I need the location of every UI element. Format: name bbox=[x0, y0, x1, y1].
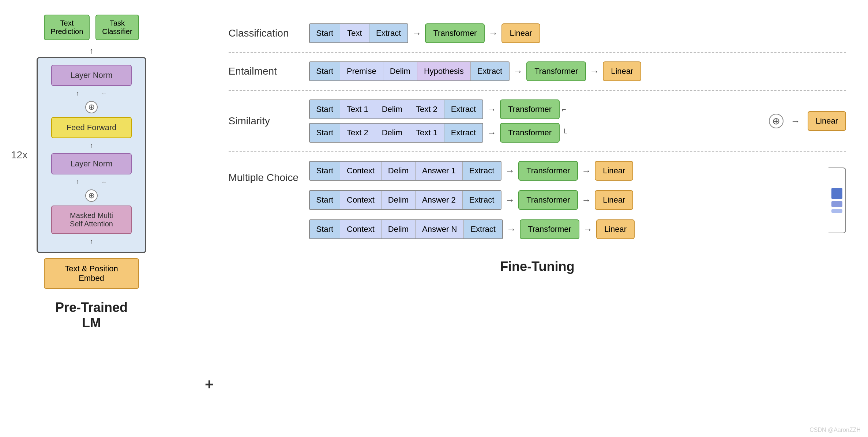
arrows-mid: ↑ ← bbox=[76, 90, 107, 97]
token-extract-e: Extract bbox=[471, 62, 509, 80]
mc-bracket bbox=[828, 167, 846, 233]
task-name-classification: Classification bbox=[229, 27, 309, 39]
token-extract-mc3: Extract bbox=[464, 220, 502, 238]
fine-tuning-section-label: Fine-Tuning bbox=[229, 259, 846, 274]
fine-tuning-label: Fine-Tuning bbox=[500, 259, 574, 274]
token-text1-s1: Text 1 bbox=[340, 100, 375, 118]
token-start-e: Start bbox=[310, 62, 340, 80]
seq-row-mc-1: Start Context Delim Answer 1 Extract → T… bbox=[309, 161, 826, 181]
main-container: TextPrediction TaskClassifier ↑ 12x Laye… bbox=[0, 0, 868, 437]
token-delim-mc3: Delim bbox=[382, 220, 416, 238]
circle-plus-top: ⊕ bbox=[85, 101, 98, 113]
arrow-1: → bbox=[412, 28, 421, 39]
token-start-s2: Start bbox=[310, 124, 340, 142]
token-extract-mc1: Extract bbox=[463, 162, 501, 180]
task-content-similarity: Start Text 1 Delim Text 2 Extract → Tran… bbox=[309, 99, 765, 143]
linear-box-class: Linear bbox=[501, 23, 540, 43]
transformer-mc2: Transformer bbox=[518, 190, 578, 210]
plus-separator: + bbox=[205, 376, 214, 422]
embed-box: Text & Position Embed bbox=[44, 258, 139, 289]
bracket-container: Layer Norm ↑ ← ⊕ Feed Forward ↑ Layer No bbox=[37, 57, 146, 253]
seq-tokens-mc-2: Start Context Delim Answer 2 Extract bbox=[309, 190, 502, 210]
task-row-entailment: Entailment Start Premise Delim Hypothesi… bbox=[229, 53, 846, 91]
seq-row-sim-1: Start Text 1 Delim Text 2 Extract → Tran… bbox=[309, 99, 765, 119]
twelve-x-label: 12x bbox=[11, 149, 27, 161]
arrow-2: → bbox=[488, 28, 498, 39]
feed-forward-box: Feed Forward bbox=[51, 117, 132, 138]
token-delim-s1: Delim bbox=[375, 100, 409, 118]
circle-plus-bottom: ⊕ bbox=[85, 189, 98, 202]
linear-mc2: Linear bbox=[595, 190, 633, 210]
seq-row-entailment: Start Premise Delim Hypothesis Extract →… bbox=[309, 61, 846, 81]
seq-row-classification: Start Text Extract → Transformer → Linea… bbox=[309, 23, 846, 43]
transformer-block: 12x Layer Norm ↑ ← ⊕ Feed Forward bbox=[29, 57, 154, 253]
token-answer1: Answer 1 bbox=[416, 162, 463, 180]
left-section: TextPrediction TaskClassifier ↑ 12x Laye… bbox=[22, 15, 161, 331]
masked-attn-box: Masked Multi Self Attention bbox=[51, 206, 132, 234]
transformer-box-entail: Transformer bbox=[526, 61, 586, 81]
seq-row-mc-3: Start Context Delim Answer N Extract → T… bbox=[309, 219, 826, 239]
token-text2-s2: Text 2 bbox=[340, 124, 375, 142]
token-start-mc1: Start bbox=[310, 162, 340, 180]
transformer-box-sim-1: Transformer bbox=[500, 99, 560, 119]
watermark: CSDN @AaronZZH bbox=[809, 427, 861, 433]
token-delim-e: Delim bbox=[383, 62, 417, 80]
token-context-mc3: Context bbox=[340, 220, 382, 238]
task-row-similarity: Similarity Start Text 1 Delim Text 2 Ext… bbox=[229, 91, 846, 152]
task-name-mc: Multiple Choice bbox=[229, 161, 309, 184]
transformer-box-sim-2: Transformer bbox=[500, 123, 560, 143]
token-answern: Answer N bbox=[416, 220, 464, 238]
token-delim-mc2: Delim bbox=[382, 191, 416, 209]
task-classifier-label: TaskClassifier bbox=[102, 19, 132, 35]
token-extract-s2: Extract bbox=[444, 124, 482, 142]
sim-merge: ⊕ → Linear bbox=[769, 111, 846, 131]
arrow-to-block: ↑ bbox=[90, 46, 94, 56]
seq-tokens-mc-3: Start Context Delim Answer N Extract bbox=[309, 219, 503, 239]
seq-tokens-mc-1: Start Context Delim Answer 1 Extract bbox=[309, 161, 502, 181]
seq-tokens-entailment: Start Premise Delim Hypothesis Extract bbox=[309, 61, 510, 81]
token-start: Start bbox=[310, 24, 340, 42]
layer-norm-bottom-box: Layer Norm bbox=[51, 153, 132, 174]
arrow-up-2: ↑ bbox=[90, 142, 93, 150]
pretrained-label: Pre-Trained LM bbox=[55, 300, 128, 331]
arrow-s1: → bbox=[487, 104, 496, 115]
token-premise: Premise bbox=[340, 62, 383, 80]
arrow-mc3b: → bbox=[583, 224, 593, 235]
circle-plus-sim: ⊕ bbox=[769, 114, 784, 128]
token-hypothesis: Hypothesis bbox=[417, 62, 471, 80]
task-rows: Classification Start Text Extract → Tran… bbox=[229, 15, 846, 248]
seq-tokens-sim-2: Start Text 2 Delim Text 1 Extract bbox=[309, 123, 484, 143]
transformer-mc3: Transformer bbox=[520, 219, 579, 239]
transformer-box-class: Transformer bbox=[425, 23, 485, 43]
token-text2-s1: Text 2 bbox=[409, 100, 444, 118]
arrow-s2b: └ bbox=[562, 129, 567, 137]
token-context-mc1: Context bbox=[340, 162, 382, 180]
arrow-mc3: → bbox=[507, 224, 516, 235]
token-context-mc2: Context bbox=[340, 191, 382, 209]
mc-dot-3 bbox=[831, 209, 842, 213]
linear-mc3: Linear bbox=[596, 219, 635, 239]
token-delim-s2: Delim bbox=[375, 124, 409, 142]
arrow-sim-to-linear: → bbox=[791, 116, 800, 127]
task-name-similarity: Similarity bbox=[229, 115, 309, 127]
token-extract: Extract bbox=[369, 24, 407, 42]
task-row-classification: Classification Start Text Extract → Tran… bbox=[229, 15, 846, 53]
seq-tokens-sim-1: Start Text 1 Delim Text 2 Extract bbox=[309, 99, 484, 119]
mc-dot-1 bbox=[831, 188, 842, 199]
token-answer2: Answer 2 bbox=[416, 191, 463, 209]
token-text1-s2: Text 1 bbox=[409, 124, 444, 142]
token-delim-mc1: Delim bbox=[382, 162, 416, 180]
arrow-mc1b: → bbox=[582, 165, 591, 177]
arrow-s1b: ⌐ bbox=[562, 105, 566, 114]
text-prediction-box: TextPrediction bbox=[44, 15, 90, 40]
task-classifier-box: TaskClassifier bbox=[95, 15, 139, 40]
seq-tokens-classification: Start Text Extract bbox=[309, 23, 409, 43]
token-extract-s1: Extract bbox=[444, 100, 482, 118]
arrow-s2: → bbox=[487, 127, 496, 139]
arrow-mc2: → bbox=[505, 195, 515, 206]
arrow-mc2b: → bbox=[582, 195, 591, 206]
arrows-mid2: ↑ ← bbox=[76, 178, 107, 186]
task-content-classification: Start Text Extract → Transformer → Linea… bbox=[309, 23, 846, 43]
output-boxes: TextPrediction TaskClassifier bbox=[44, 15, 139, 40]
task-row-mc: Multiple Choice Start Context Delim Answ… bbox=[229, 152, 846, 248]
